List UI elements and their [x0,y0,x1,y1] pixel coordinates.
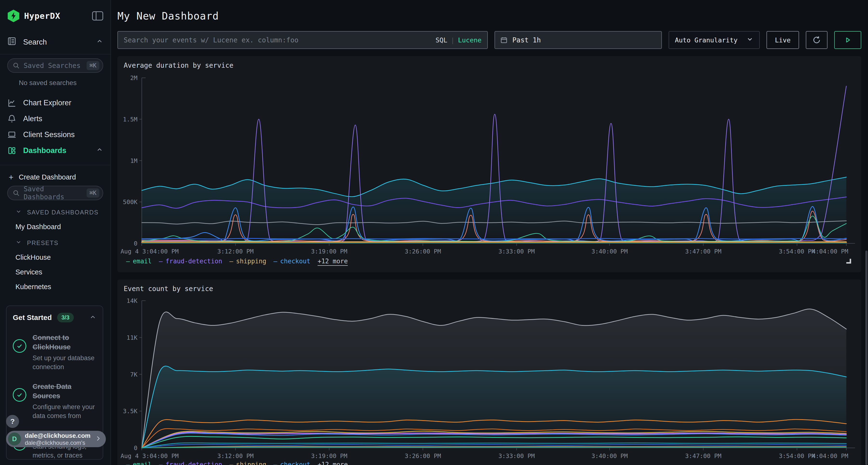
hyperdx-logo-icon [7,9,20,23]
user-email: dale@clickhouse.com [25,432,95,439]
preset-item-kubernetes[interactable]: Kubernetes [16,283,111,291]
avatar: D [8,432,21,445]
chevron-up-icon[interactable] [89,313,96,322]
sidebar-item-dashboards[interactable]: Dashboards [0,143,111,159]
legend-item-fraud-detection[interactable]: —fraud-detection [159,461,222,465]
sidebar-collapse-icon[interactable] [92,11,103,21]
divider [0,54,111,55]
average-duration-chart: 0500K1M1.5M2MAug 4 3:04:00 PM3:12:00 PM3… [117,56,861,272]
svg-text:1M: 1M [130,157,137,164]
resize-handle[interactable] [846,259,851,264]
user-menu[interactable]: D dale@clickhouse.com dale@clickhouse.co… [6,431,106,447]
saved-dashboards-input[interactable]: Saved Dashboards ⌘K [7,186,103,200]
legend-item-email[interactable]: —email [126,461,152,465]
search-list-icon [7,37,17,48]
legend-swatch: — [273,258,277,265]
svg-text:3:33:00 PM: 3:33:00 PM [498,248,535,255]
svg-text:3:40:00 PM: 3:40:00 PM [591,453,628,460]
svg-text:3:26:00 PM: 3:26:00 PM [405,248,441,255]
chevron-up-icon[interactable] [96,146,103,155]
chart-panel-average-duration[interactable]: 0500K1M1.5M2MAug 4 3:04:00 PM3:12:00 PM3… [117,56,861,272]
legend-item-email[interactable]: —email [126,258,152,265]
svg-text:3:19:00 PM: 3:19:00 PM [311,248,347,255]
legend-label: shipping [236,258,266,265]
svg-text:3:19:00 PM: 3:19:00 PM [311,453,347,460]
legend-label: fraud-detection [166,461,222,465]
help-button[interactable]: ? [6,415,19,428]
get-started-item-title: Connect to ClickHouse [33,333,96,352]
svg-text:Aug 4 3:04:00 PM: Aug 4 3:04:00 PM [121,453,179,460]
dashboard-controls: Search your events w/ Lucene ex. column:… [117,31,861,49]
legend-swatch: — [126,258,130,265]
preset-item-services[interactable]: Services [16,268,111,276]
svg-text:14K: 14K [127,297,137,304]
time-range-picker[interactable]: Past 1h [495,31,662,49]
sidebar-item-chart-explorer[interactable]: Chart Explorer [0,95,111,111]
event-search-input[interactable]: Search your events w/ Lucene ex. column:… [117,31,488,49]
granularity-value: Auto Granularity [675,36,738,44]
legend-item-shipping[interactable]: —shipping [229,461,266,465]
chevron-right-icon [95,435,101,443]
saved-searches-input[interactable]: Saved Searches ⌘K [7,58,103,73]
svg-text:3:12:00 PM: 3:12:00 PM [217,453,254,460]
main-content: My New Dashboard Search your events w/ L… [111,0,868,465]
svg-text:3:33:00 PM: 3:33:00 PM [498,453,535,460]
get-started-item-sources[interactable]: Create Data Sources Configure where your… [13,382,96,420]
play-icon [844,36,851,44]
legend-more-link[interactable]: +12 more [317,258,348,265]
legend-label: email [133,461,152,465]
legend-item-shipping[interactable]: —shipping [229,258,266,265]
saved-dashboards-header[interactable]: SAVED DASHBOARDS [16,208,111,216]
svg-text:11K: 11K [127,334,137,341]
legend-more-link[interactable]: +12 more [317,461,348,465]
legend-swatch: — [159,258,163,265]
sidebar-item-search[interactable]: Search [0,37,111,48]
create-dashboard-label: Create Dashboard [19,173,76,181]
language-toggle-sql[interactable]: SQL [435,36,447,44]
svg-text:500K: 500K [123,199,137,205]
chevron-down-icon [16,208,22,216]
search-icon [12,189,20,197]
granularity-select[interactable]: Auto Granularity [669,31,760,49]
chevron-down-icon [746,36,753,44]
chart-panel-event-count[interactable]: 03.5K7K11K14KAug 4 3:04:00 PM3:12:00 PM3… [117,279,861,465]
run-query-button[interactable] [834,31,861,49]
svg-text:3:54:00 PM: 3:54:00 PM [779,248,815,255]
sidebar-item-alerts[interactable]: Alerts [0,111,111,127]
svg-text:3:12:00 PM: 3:12:00 PM [217,248,254,255]
chart-title: Average duration by service [124,61,234,69]
sidebar-item-client-sessions[interactable]: Client Sessions [0,127,111,143]
saved-searches-placeholder: Saved Searches [24,62,87,70]
live-button[interactable]: Live [767,31,799,49]
language-toggle-lucene[interactable]: Lucene [458,36,482,44]
presets-header[interactable]: PRESETS [16,239,111,247]
sidebar-item-label: Alerts [23,114,42,123]
page-scrollbar[interactable] [865,0,868,465]
sidebar: HyperDX Search Saved Searches ⌘K No save… [0,0,111,465]
chevron-up-icon[interactable] [96,38,103,47]
legend-item-checkout[interactable]: —checkout [273,461,310,465]
get-started-title: Get Started [13,313,52,322]
svg-text:7K: 7K [130,371,137,378]
language-toggle-divider: | [451,36,455,44]
shortcut-badge: ⌘K [87,61,99,70]
refresh-button[interactable] [806,31,828,49]
dashboard-item-my-dashboard[interactable]: My Dashboard [16,223,111,231]
legend-label: email [133,258,152,265]
svg-text:3:40:00 PM: 3:40:00 PM [591,248,628,255]
search-icon [12,62,20,69]
legend-swatch: — [229,461,233,465]
calendar-icon [500,36,507,44]
svg-text:3:26:00 PM: 3:26:00 PM [405,453,441,460]
get-started-item-connect[interactable]: Connect to ClickHouse Set up your databa… [13,333,96,371]
no-saved-searches-text: No saved searches [0,79,111,87]
legend-item-fraud-detection[interactable]: —fraud-detection [159,258,222,265]
svg-text:0: 0 [134,240,137,247]
create-dashboard-button[interactable]: + Create Dashboard [0,172,111,182]
legend-item-checkout[interactable]: —checkout [273,258,310,265]
chevron-down-icon [16,239,22,247]
preset-item-clickhouse[interactable]: ClickHouse [16,254,111,261]
check-circle-icon [13,388,26,402]
svg-text:Aug 4 3:04:00 PM: Aug 4 3:04:00 PM [121,248,179,255]
scrollbar-thumb[interactable] [865,251,868,465]
